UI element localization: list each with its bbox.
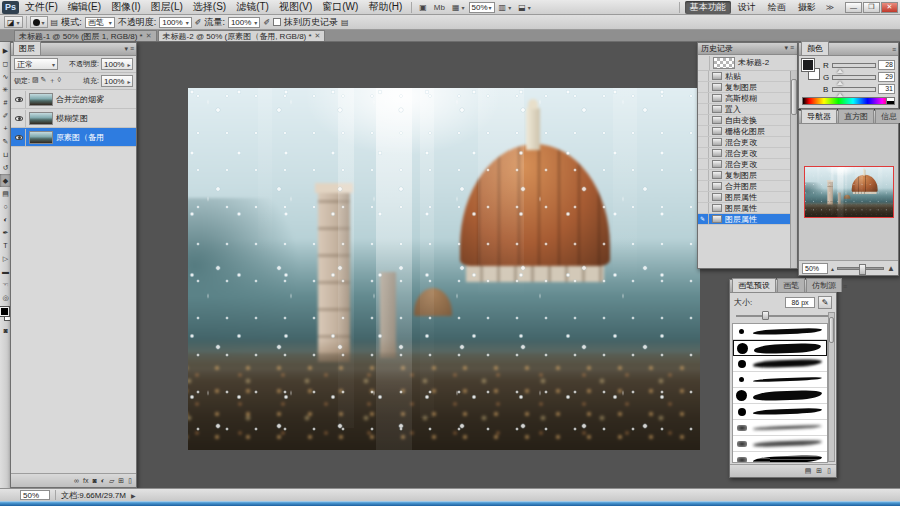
view-extras-icon[interactable]: ▦▾ [449,2,468,13]
airbrush-icon[interactable]: ✐ [263,18,270,27]
panel-menu-icon[interactable]: ≡ [892,46,896,53]
menu-item[interactable]: 选择(S) [188,0,231,14]
set-history-source-cell[interactable] [700,137,709,147]
brush-preset-row[interactable] [733,452,827,463]
foreground-color-swatch[interactable] [802,59,814,71]
history-state[interactable]: 图层属性 [698,192,797,203]
set-history-source-cell[interactable] [700,115,709,125]
visibility-toggle[interactable] [13,91,26,108]
status-zoom-input[interactable]: 50% [20,490,50,500]
set-history-source-cell[interactable] [700,104,709,114]
history-state[interactable]: 混合更改 [698,159,797,170]
panel-menu-icon[interactable]: ≡ [790,44,794,52]
scrollbar-thumb[interactable] [829,317,834,343]
navigator-tab[interactable]: 直方图 [838,109,874,123]
menu-item[interactable]: 文件(F) [20,0,63,14]
opacity-input[interactable]: 100%▾ [159,17,191,28]
set-history-source-cell[interactable] [700,214,709,224]
set-history-source-cell[interactable] [700,148,709,158]
erase-to-history-checkbox[interactable] [273,18,281,26]
set-history-source-cell[interactable] [700,126,709,136]
history-state[interactable]: 复制图层 [698,170,797,181]
fill-input[interactable]: 100%▸ [101,75,133,87]
set-history-source-cell[interactable] [700,71,709,81]
history-state[interactable]: 混合更改 [698,137,797,148]
layer-style-icon[interactable]: fx [83,477,88,484]
close-tab-icon[interactable]: ✕ [146,32,152,40]
set-history-source-cell[interactable] [700,170,709,180]
channel-slider[interactable] [832,63,876,68]
brush-preset-row[interactable] [733,436,827,452]
zoom-out-icon[interactable]: ▴ [831,265,834,272]
photoshop-logo[interactable]: Ps [2,1,19,14]
app-zoom-level[interactable]: 50%▾ [469,2,495,13]
menu-item[interactable]: 图层(L) [146,0,188,14]
slider-knob[interactable] [762,311,769,320]
zoom-in-icon[interactable]: ▲ [887,264,895,273]
brush-tip-toggle-button[interactable]: ✎ [818,296,832,309]
launch-bridge-icon[interactable]: ▣ [416,2,430,13]
brush-panel-icon[interactable]: ▤ [341,18,349,27]
history-state[interactable]: 粘贴 [698,71,797,82]
lock-image-pixels-icon[interactable]: ✎ [41,76,47,86]
toggle-brush-panel-icon[interactable]: ▤ [51,18,59,27]
layer-row[interactable]: 原素图（备用 [11,128,136,147]
workspace-tab[interactable]: 基本功能 [685,1,731,14]
workspace-tab[interactable]: 摄影 [793,1,821,14]
menu-item[interactable]: 视图(V) [274,0,317,14]
status-expand-icon[interactable]: ▶ [131,492,136,499]
layer-group-icon[interactable]: ▱ [109,477,114,485]
menu-item[interactable]: 图像(I) [106,0,145,14]
channel-value[interactable]: 28 [878,60,895,70]
set-history-source-cell[interactable] [700,56,710,70]
new-layer-icon[interactable]: ⊞ [118,477,124,485]
set-history-source-cell[interactable] [700,181,709,191]
add-layer-mask-icon[interactable]: ◙ [92,477,96,484]
channel-slider[interactable] [832,75,876,80]
history-state[interactable]: 图层属性 [698,203,797,214]
layer-row[interactable]: 合并完的烟雾 [11,90,136,109]
layer-row[interactable]: 模糊笑图 [11,109,136,128]
blend-mode-select[interactable]: 正常▾ [14,58,58,70]
collapse-icon[interactable]: ▾ [124,45,128,53]
brush-panel-tab[interactable]: 画笔 [777,278,805,292]
flow-input[interactable]: 100%▾ [228,17,260,28]
navigator-tab[interactable]: 信息 [875,109,900,123]
panel-menu-icon[interactable]: ≡ [843,283,847,290]
workspace-tab[interactable]: 设计 [733,1,761,14]
set-history-source-cell[interactable] [700,192,709,202]
set-history-source-cell[interactable] [700,82,709,92]
history-state[interactable]: 混合更改 [698,148,797,159]
brush-preset-row[interactable] [733,356,827,372]
close-button[interactable]: ✕ [881,2,898,13]
brush-size-value[interactable]: 86 px [785,297,815,308]
brush-preset-row[interactable] [733,340,827,356]
history-scrollbar[interactable] [790,71,797,268]
visibility-toggle[interactable] [13,110,26,127]
close-tab-icon[interactable]: ✕ [315,32,321,40]
arrange-documents-icon[interactable]: ▥▾ [496,2,515,13]
panel-menu-icon[interactable]: ≡ [130,45,134,53]
navigator-zoom-slider[interactable] [837,267,884,270]
history-state[interactable]: 合并图层 [698,181,797,192]
minimize-button[interactable]: — [845,2,862,13]
new-brush-icon[interactable]: ⊞ [816,467,822,475]
brush-panel-tab[interactable]: 画笔预设 [732,278,776,292]
mini-bridge-icon[interactable]: Mb [431,2,448,13]
brush-list-scrollbar[interactable] [828,312,835,462]
navigator-proxy-view[interactable] [804,166,894,218]
tab-color[interactable]: 颜色 [801,41,829,55]
history-state[interactable]: 置入 [698,104,797,115]
lock-all-icon[interactable]: ◊ [57,76,60,86]
brush-preset-row[interactable] [733,372,827,388]
set-history-source-cell[interactable] [700,203,709,213]
brush-preset-row[interactable] [733,420,827,436]
delete-brush-icon[interactable]: ▯ [827,467,831,475]
channel-value[interactable]: 31 [878,84,895,94]
tablet-pressure-opacity-icon[interactable]: ✐ [195,18,202,27]
workspace-overflow-icon[interactable]: ≫ [823,2,837,13]
set-history-source-cell[interactable] [700,93,709,103]
document-tab[interactable]: 未标题-1 @ 50% (图层 1, RGB/8) * ✕ [14,30,157,41]
lock-transparent-pixels-icon[interactable]: ▨ [32,76,39,86]
menu-item[interactable]: 窗口(W) [317,0,363,14]
